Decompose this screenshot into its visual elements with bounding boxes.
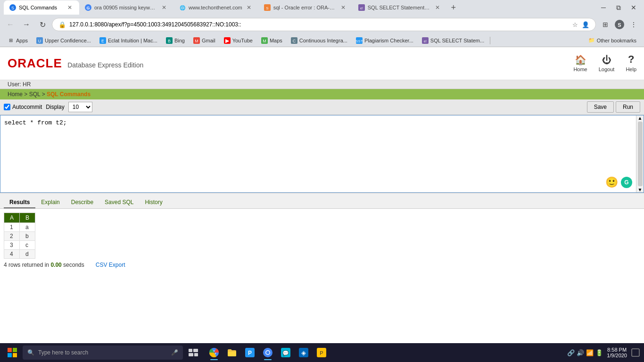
help-action[interactable]: ? Help xyxy=(626,53,636,72)
cell-1-a: 1 xyxy=(4,223,20,232)
wifi-icon[interactable]: 📶 xyxy=(586,349,594,356)
tab-close-4[interactable]: ✕ xyxy=(339,4,347,11)
taskbar: 🔍 Type here to search 🎤 xyxy=(0,343,644,362)
bookmark-maps[interactable]: M Maps xyxy=(257,36,286,45)
logout-action[interactable]: ⏻ Logout xyxy=(599,55,615,72)
bookmark-ci[interactable]: C Continuous Integra... xyxy=(287,36,351,45)
reload-button[interactable]: ↻ xyxy=(36,18,49,31)
svg-rect-28 xyxy=(8,348,12,352)
bookmark-eclat-label: Eclat Intuition | Mac... xyxy=(108,38,157,43)
svg-text:P: P xyxy=(320,350,323,356)
profile-button[interactable]: S xyxy=(613,18,626,31)
maximize-button[interactable]: ⧉ xyxy=(612,3,625,12)
back-button[interactable]: ← xyxy=(4,18,17,31)
sql-scrollbar[interactable]: ▲ ▼ xyxy=(636,115,644,192)
taskbar-search[interactable]: 🔍 Type here to search 🎤 xyxy=(23,346,183,360)
emoji-icon[interactable]: 🙂 xyxy=(605,176,618,189)
notification-button[interactable] xyxy=(631,348,640,357)
bookmark-plagiarism[interactable]: SST Plagiarism Checker... xyxy=(352,36,417,45)
breadcrumb-sql[interactable]: SQL xyxy=(29,91,41,98)
extensions-button[interactable]: ⊞ xyxy=(599,18,612,31)
taskbar-clock[interactable]: 8:58 PM 1/9/2020 xyxy=(607,347,627,358)
taskbar-app5[interactable]: 💬 xyxy=(277,344,294,361)
bookmark-bing[interactable]: B Bing xyxy=(162,36,189,45)
tab-close-2[interactable]: ✕ xyxy=(160,4,168,11)
tab-close-1[interactable]: ✕ xyxy=(66,4,74,11)
lock-icon: 🔒 xyxy=(58,20,66,29)
run-button[interactable]: Run xyxy=(616,101,640,113)
taskbar-app7[interactable]: P xyxy=(313,344,330,361)
tab-google[interactable]: G ora 00905 missing keyword - C... ✕ xyxy=(79,0,173,15)
bookmark-apps[interactable]: ⊞ Apps xyxy=(4,36,32,45)
taskbar-vscode[interactable]: ◈ xyxy=(295,344,312,361)
user-icon[interactable]: 👤 xyxy=(581,20,590,29)
time-unit: seconds xyxy=(63,262,84,268)
svg-rect-29 xyxy=(13,348,17,352)
tab-history[interactable]: History xyxy=(139,197,168,208)
bookmark-gmail[interactable]: M Gmail xyxy=(190,36,219,45)
forward-button[interactable]: → xyxy=(20,18,33,31)
speaker-icon[interactable]: 🔊 xyxy=(577,349,584,356)
tab-describe[interactable]: Describe xyxy=(66,197,99,208)
tab-explain[interactable]: Explain xyxy=(35,197,65,208)
taskbar-task-view[interactable] xyxy=(185,344,202,361)
taskbar-app3[interactable]: P xyxy=(241,344,258,361)
ci-icon: C xyxy=(291,37,297,44)
bookmark-gmail-label: Gmail xyxy=(202,38,215,43)
close-button[interactable]: ✕ xyxy=(627,3,640,12)
scroll-up[interactable]: ▲ xyxy=(638,115,643,121)
sql-toolbar-right: Save Run xyxy=(587,101,640,113)
tab-saved-sql[interactable]: Saved SQL xyxy=(99,197,139,208)
sql-area: Autocommit Display 10 20 50 100 Save Run xyxy=(0,99,644,193)
menu-button[interactable]: ⋮ xyxy=(627,18,640,31)
svg-text:S: S xyxy=(266,6,268,10)
user-text: User: HR xyxy=(8,81,31,88)
upper-icon: U xyxy=(36,37,43,44)
tab-close-5[interactable]: ✕ xyxy=(434,4,441,11)
battery-icon[interactable]: 🔋 xyxy=(595,349,603,356)
clock-date: 1/9/2020 xyxy=(607,353,627,358)
network-icon[interactable]: 🔗 xyxy=(567,349,575,356)
csv-export-link[interactable]: CSV Export xyxy=(96,262,125,268)
save-button[interactable]: Save xyxy=(587,101,614,113)
home-action[interactable]: 🏠 Home xyxy=(573,54,587,72)
cell-3-b: c xyxy=(20,241,35,250)
bookmark-sql-select[interactable]: e! SQL SELECT Statem... xyxy=(418,36,488,45)
svg-text:💬: 💬 xyxy=(282,350,289,356)
new-tab-button[interactable]: + xyxy=(447,1,460,14)
breadcrumb-home[interactable]: Home xyxy=(8,91,23,98)
autocommit-checkbox[interactable] xyxy=(4,104,10,110)
apex-header: ORACLE Database Express Edition 🏠 Home ⏻… xyxy=(0,47,644,80)
bookmark-youtube[interactable]: ▶ YouTube xyxy=(220,36,256,45)
bookmark-upper[interactable]: U Upper Confidence... xyxy=(33,36,95,45)
svg-text:M: M xyxy=(263,39,266,43)
tab-results[interactable]: Results xyxy=(4,197,35,208)
help-icon: ? xyxy=(628,53,634,66)
tab-sql-commands[interactable]: S SQL Commands ✕ xyxy=(4,0,79,15)
tab-techonthenet[interactable]: 🌐 www.techonthenet.com ✕ xyxy=(173,0,258,15)
sql-textarea[interactable]: select * from t2; xyxy=(0,115,644,191)
tab-w3schools[interactable]: e! SQL SELECT Statement | SQL S ✕ xyxy=(353,0,447,15)
breadcrumb: Home > SQL > SQL Commands xyxy=(0,89,644,99)
url-text: 127.0.0.1:8080/apex/f?p=4500:1003:349120… xyxy=(69,21,568,28)
start-button[interactable] xyxy=(4,344,21,361)
tab-saved-sql-label: Saved SQL xyxy=(105,199,133,206)
scroll-down[interactable]: ▼ xyxy=(638,187,643,192)
display-select[interactable]: 10 20 50 100 xyxy=(68,102,92,112)
tab-close-3[interactable]: ✕ xyxy=(245,4,253,11)
svg-text:▶: ▶ xyxy=(225,38,230,43)
taskbar-file-explorer[interactable] xyxy=(223,344,240,361)
taskbar-chrome2[interactable] xyxy=(259,344,276,361)
sql-toolbar-left: Autocommit Display 10 20 50 100 xyxy=(4,102,92,112)
minimize-button[interactable]: ─ xyxy=(597,3,610,12)
url-bar[interactable]: 🔒 127.0.0.1:8080/apex/f?p=4500:1003:3491… xyxy=(52,18,596,31)
taskbar-chrome[interactable] xyxy=(206,344,223,361)
database-subtitle: Database Express Edition xyxy=(67,61,143,69)
star-icon[interactable]: ☆ xyxy=(571,20,579,29)
other-bookmarks[interactable]: 📁 Other bookmarks xyxy=(585,36,640,44)
grammarly-icon[interactable]: G xyxy=(621,177,632,188)
bookmark-eclat[interactable]: E Eclat Intuition | Mac... xyxy=(96,36,161,45)
tab-stackoverflow[interactable]: S sql - Oracle error : ORA-00905 ✕ xyxy=(258,0,353,15)
scroll-thumb[interactable] xyxy=(638,122,643,186)
tab-describe-label: Describe xyxy=(71,199,93,206)
